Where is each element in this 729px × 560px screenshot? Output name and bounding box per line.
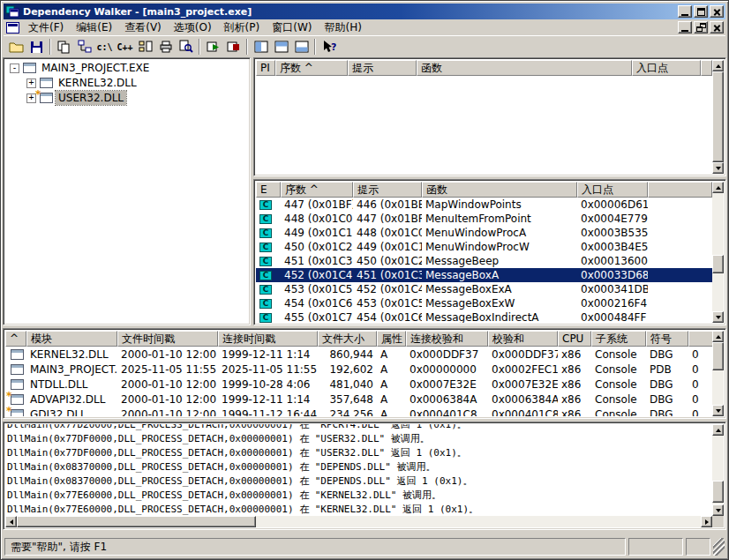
modules-vscroll-down-button[interactable] xyxy=(712,405,724,416)
menu-edit[interactable]: 编辑(E) xyxy=(70,19,118,36)
open-button[interactable] xyxy=(6,37,26,56)
log-vscroll-down-button[interactable] xyxy=(712,504,724,516)
imports-column-4[interactable]: 入口点 xyxy=(632,60,701,76)
expand-icon[interactable]: + xyxy=(26,78,36,88)
full-paths-button[interactable]: c:\ xyxy=(94,37,115,56)
exports-column-2[interactable]: 提示 xyxy=(353,182,422,198)
pane-toggle-3-button[interactable] xyxy=(291,37,312,56)
log-vscroll-up-button[interactable] xyxy=(712,424,724,436)
close-button[interactable] xyxy=(710,5,724,18)
modules-column-4[interactable]: 文件大小 xyxy=(318,331,377,347)
exports-row[interactable]: C452 (0x01C4)451 (0x01C3)MessageBoxA0x00… xyxy=(256,268,712,282)
mdi-minimize-button[interactable] xyxy=(678,21,692,34)
profile-stop-button[interactable] xyxy=(223,37,244,56)
exports-row[interactable]: C447 (0x01BF)446 (0x01BE)MapWindowPoints… xyxy=(256,198,712,212)
modules-cell: x86 xyxy=(558,392,591,407)
exports-vscroll-track[interactable] xyxy=(712,193,724,311)
imports-vscroll-down-button[interactable] xyxy=(712,162,724,174)
modules-row[interactable]: NTDLL.DLL2000-01-10 12:001999-10-28 4:06… xyxy=(5,377,712,392)
modules-row[interactable]: MAIN3_PROJECT.EXE2025-11-05 11:552025-11… xyxy=(5,362,712,377)
log-hscroll-left-button[interactable] xyxy=(5,516,17,527)
pane-toggle-1-button[interactable] xyxy=(251,37,271,56)
modules-column-7[interactable]: 校验和 xyxy=(488,331,558,347)
exports-row[interactable]: C448 (0x01C0)447 (0x01BF)MenuItemFromPoi… xyxy=(256,212,712,226)
save-button[interactable] xyxy=(26,37,47,56)
collapse-icon[interactable]: - xyxy=(10,63,19,73)
exports-row[interactable]: C453 (0x01C5)452 (0x01C4)MessageBoxExA0x… xyxy=(256,282,712,296)
exports-row[interactable]: C449 (0x01C1)448 (0x01C0)MenuWindowProcA… xyxy=(256,226,712,240)
modules-vscroll-track[interactable] xyxy=(712,342,724,405)
export-c-icon: C xyxy=(259,200,272,210)
exports-cell: 453 (0x01C5) xyxy=(353,296,422,310)
exports-column-3[interactable]: 函数 xyxy=(422,182,577,198)
mdi-document-icon[interactable] xyxy=(6,22,19,34)
log-vscroll-track[interactable] xyxy=(712,436,724,504)
auto-expand-button[interactable] xyxy=(74,37,94,56)
menu-help[interactable]: 帮助(H) xyxy=(318,19,367,36)
minimize-button[interactable] xyxy=(678,5,692,18)
imports-column-2[interactable]: 提示 xyxy=(348,60,417,76)
menu-profile[interactable]: 剖析(P) xyxy=(218,19,267,36)
mdi-restore-button[interactable] xyxy=(694,21,708,34)
minimize-icon xyxy=(681,30,688,32)
exports-row[interactable]: C454 (0x01C6)453 (0x01C5)MessageBoxExW0x… xyxy=(256,296,712,310)
imports-column-1[interactable]: 序数 ^ xyxy=(275,60,348,76)
print-button[interactable] xyxy=(155,37,176,56)
modules-column-9[interactable]: 子系统 xyxy=(591,331,646,347)
tree-item-main3-project-exe[interactable]: -MAIN3_PROJECT.EXE xyxy=(5,60,248,75)
modules-column-6[interactable]: 连接校验和 xyxy=(406,331,488,347)
exports-vscroll-up-button[interactable] xyxy=(712,182,724,193)
log-vscroll-thumb[interactable] xyxy=(712,481,724,503)
resize-grip[interactable] xyxy=(713,538,725,556)
modules-column-10[interactable]: 符号 xyxy=(646,331,688,347)
exports-column-1[interactable]: 序数 ^ xyxy=(281,182,353,198)
modules-column-2[interactable]: 文件时间戳 xyxy=(117,331,218,347)
pane-toggle-2-button[interactable] xyxy=(271,37,291,56)
maximize-button[interactable] xyxy=(694,5,708,18)
exports-vscroll-thumb[interactable] xyxy=(712,255,724,273)
log-hscroll-track[interactable] xyxy=(17,516,701,527)
menu-window[interactable]: 窗口(W) xyxy=(266,19,318,36)
tree-item-kernel32-dll[interactable]: +KERNEL32.DLL xyxy=(5,75,248,90)
exports-column-4[interactable]: 入口点 xyxy=(577,182,648,198)
expand-all-button[interactable] xyxy=(135,37,155,56)
search-button[interactable] xyxy=(176,37,196,56)
exports-row[interactable]: C451 (0x01C3)450 (0x01C2)MessageBeep0x00… xyxy=(256,254,712,268)
imports-column-3[interactable]: 函数 xyxy=(417,60,632,76)
undecorate-button[interactable]: C++ xyxy=(115,37,135,56)
copy-button[interactable] xyxy=(54,37,74,56)
log-hscroll-thumb[interactable] xyxy=(17,516,256,527)
tree-item-user32-dll[interactable]: +*USER32.DLL xyxy=(5,90,248,105)
menu-options[interactable]: 选项(O) xyxy=(168,19,218,36)
modules-cell xyxy=(5,347,26,362)
modules-row[interactable]: KERNEL32.DLL2000-01-10 12:001999-12-11 1… xyxy=(5,347,712,362)
imports-vscroll-thumb[interactable] xyxy=(712,71,724,162)
profile-start-button[interactable] xyxy=(203,37,223,56)
mdi-close-button[interactable] xyxy=(710,21,724,34)
export-c-icon: C xyxy=(259,257,272,266)
imports-vscroll-up-button[interactable] xyxy=(712,60,724,71)
log-hscroll-right-button[interactable] xyxy=(701,516,712,527)
modules-column-1[interactable]: 模块 xyxy=(26,331,117,347)
modules-cell: Console xyxy=(591,392,646,407)
menu-file[interactable]: 文件(F) xyxy=(22,19,70,36)
modules-column-11[interactable] xyxy=(688,331,712,347)
modules-cell: 1999-12-11 1:14 xyxy=(218,392,318,407)
modules-column-3[interactable]: 连接时间戳 xyxy=(218,331,318,347)
exports-row[interactable]: C455 (0x01C7)454 (0x01C6)MessageBoxIndir… xyxy=(256,310,712,323)
modules-column-5[interactable]: 属性 xyxy=(377,331,406,347)
modules-row[interactable]: *GDI32.DLL2000-01-10 12:001999-11-12 16:… xyxy=(5,407,712,416)
exports-column-0[interactable]: E xyxy=(256,182,281,198)
context-help-button[interactable]: ? xyxy=(319,37,339,56)
modules-vscroll-thumb[interactable] xyxy=(712,342,724,370)
exports-row[interactable]: C450 (0x01C2)449 (0x01C1)MenuWindowProcW… xyxy=(256,240,712,254)
imports-column-0[interactable]: PI xyxy=(256,60,275,76)
modules-cell: x86 xyxy=(558,377,591,392)
imports-vscroll-track[interactable] xyxy=(712,71,724,162)
modules-vscroll-up-button[interactable] xyxy=(712,331,724,342)
modules-column-0[interactable]: ^ xyxy=(5,331,26,347)
modules-row[interactable]: *ADVAPI32.DLL2000-01-10 12:001999-12-11 … xyxy=(5,392,712,407)
exports-vscroll-down-button[interactable] xyxy=(712,311,724,323)
modules-column-8[interactable]: CPU xyxy=(558,331,591,347)
menu-view[interactable]: 查看(V) xyxy=(118,19,168,36)
